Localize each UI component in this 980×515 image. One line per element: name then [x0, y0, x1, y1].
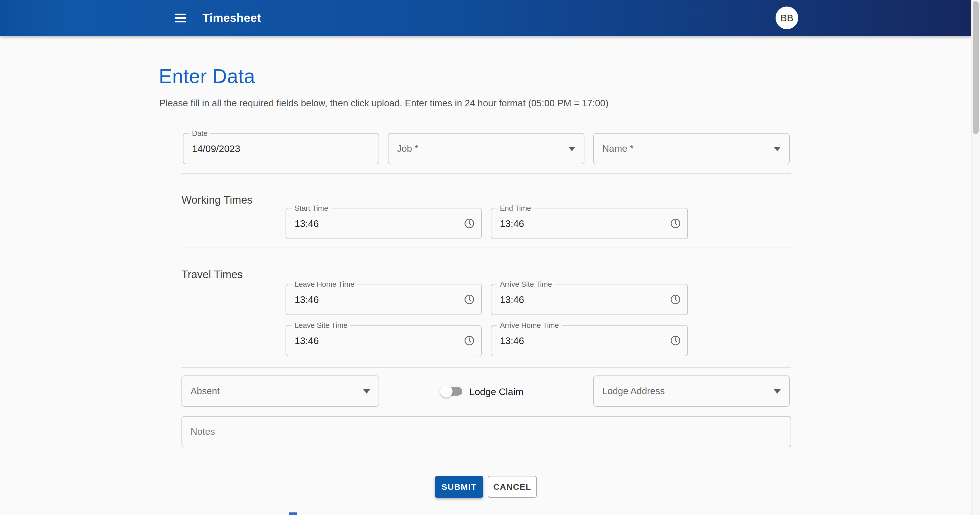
divider: [181, 173, 791, 174]
divider: [181, 248, 791, 248]
notes-field-label: Notes: [191, 416, 215, 447]
lodge-address-select[interactable]: Lodge Address: [593, 375, 790, 407]
start-time-field[interactable]: Start Time 13:46: [286, 208, 482, 239]
absent-select[interactable]: Absent: [181, 375, 379, 407]
arrive-site-time-value: 13:46: [500, 285, 524, 315]
arrive-home-time-value: 13:46: [500, 326, 524, 356]
page-subtitle: Please fill in all the required fields b…: [159, 98, 609, 109]
chevron-down-icon: [774, 389, 781, 394]
page-title: Enter Data: [159, 65, 255, 87]
date-field-value: 14/09/2023: [192, 134, 240, 164]
job-select-label: Job *: [397, 134, 418, 164]
notes-field[interactable]: Notes: [181, 416, 791, 447]
app-bar: Timesheet BB: [0, 0, 971, 36]
date-field[interactable]: Date 14/09/2023: [183, 133, 379, 164]
divider: [181, 367, 791, 368]
arrive-home-time-field[interactable]: Arrive Home Time 13:46: [491, 325, 688, 356]
absent-select-label: Absent: [191, 376, 220, 406]
clock-icon[interactable]: [669, 293, 682, 306]
cancel-button[interactable]: CANCEL: [488, 476, 537, 498]
avatar[interactable]: BB: [776, 6, 798, 29]
toggle-thumb: [440, 385, 453, 397]
clock-icon[interactable]: [463, 217, 476, 230]
clock-icon[interactable]: [669, 334, 682, 347]
scrollbar-track[interactable]: [971, 0, 980, 515]
avatar-initials: BB: [780, 13, 793, 24]
arrive-site-time-field[interactable]: Arrive Site Time 13:46: [491, 284, 688, 315]
working-times-heading: Working Times: [181, 194, 253, 206]
clock-icon[interactable]: [463, 293, 476, 306]
clock-icon[interactable]: [669, 217, 682, 230]
start-time-value: 13:46: [294, 208, 319, 238]
clock-icon[interactable]: [463, 334, 476, 347]
end-time-field[interactable]: End Time 13:46: [491, 208, 688, 239]
chevron-down-icon: [568, 147, 575, 151]
travel-times-heading: Travel Times: [181, 269, 243, 281]
lodge-claim-label: Lodge Claim: [469, 386, 523, 397]
submit-button[interactable]: SUBMIT: [435, 476, 483, 498]
hamburger-menu-icon[interactable]: [172, 10, 189, 26]
job-select[interactable]: Job *: [388, 133, 584, 164]
leave-home-time-field[interactable]: Leave Home Time 13:46: [286, 284, 482, 315]
lodge-claim-toggle[interactable]: [440, 383, 471, 400]
scrollbar-thumb[interactable]: [973, 1, 979, 134]
name-select[interactable]: Name *: [593, 133, 790, 164]
name-select-label: Name *: [602, 134, 633, 164]
leave-site-time-field[interactable]: Leave Site Time 13:46: [286, 325, 482, 356]
app-title: Timesheet: [202, 0, 261, 36]
end-time-value: 13:46: [500, 208, 524, 238]
leave-home-time-value: 13:46: [294, 285, 319, 315]
lodge-address-select-label: Lodge Address: [602, 376, 665, 406]
leave-site-time-value: 13:46: [294, 326, 319, 356]
chevron-down-icon: [774, 147, 781, 151]
chevron-down-icon: [363, 389, 370, 394]
bottom-cropped-element: [289, 512, 297, 515]
